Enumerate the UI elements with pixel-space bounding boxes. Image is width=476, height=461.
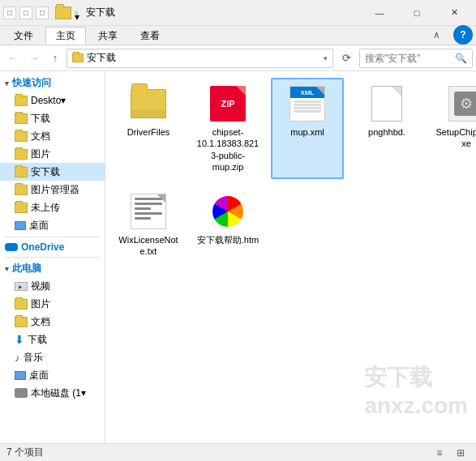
xml-line [294,110,321,113]
sidebar-item-label: 未上传 [31,201,60,215]
watermark: 安下载anxz.com [364,362,468,419]
file-item-anxiazaihelp[interactable]: 安下载帮助.htm [191,186,264,264]
photos-circle [212,196,243,227]
sidebar-quick-access-header[interactable]: ▾ 快速访问 [0,75,105,92]
address-bar[interactable]: 安下载 ▾ [66,49,333,68]
title-dropdown-arrow[interactable]: ▾ [75,11,78,15]
sidebar-item-label: 安下载 [31,165,60,179]
sidebar-item-download2[interactable]: ⬇ 下载 [0,331,105,348]
file-icon-driverfiles [129,84,168,123]
file-item-setupchipset[interactable]: ⚙ SetupChipset.exe [430,78,476,179]
sidebar-item-desktop3[interactable]: 桌面 [0,366,105,384]
sidebar-item-document[interactable]: 文档 [0,127,105,145]
file-label-anxiazaihelp: 安下载帮助.htm [197,234,259,245]
sidebar-item-label: 桌面 [29,369,49,382]
sidebar-item-pictures2[interactable]: 图片 [0,295,105,313]
file-icon-chipset: ZIP [208,84,247,123]
address-chevron: ▾ [324,54,328,62]
maximize-button[interactable]: □ [398,0,435,26]
file-item-chipset[interactable]: ZIP chipset-10.1.18383.8213-public-mup.z… [191,78,264,179]
txt-line [135,212,162,215]
sidebar-onedrive-header[interactable]: OneDrive [0,240,105,254]
sidebar-item-label: 下载 [31,112,50,126]
sidebar-divider-2 [5,257,100,258]
file-label-pnghhbd: pnghhbd. [368,126,405,138]
sidebar-item-imagemanager[interactable]: 图片管理器 [0,181,105,198]
ribbon-collapse-arrow[interactable]: ∧ [424,25,448,45]
title-icon-2[interactable]: □ [19,6,32,19]
sidebar-item-label: 本地磁盘 (1▾ [31,386,86,400]
xml-header: XML [290,87,324,98]
back-button[interactable]: ← [3,49,23,68]
sidebar-item-localdisk[interactable]: 本地磁盘 (1▾ [0,384,105,402]
sidebar-item-label: 文档 [31,315,50,329]
sidebar-item-label: 音乐 [24,351,43,365]
sidebar-item-desktop[interactable]: Deskto▾ [0,92,105,109]
view-controls: ≡ ⊞ [431,446,470,460]
status-bar: 7 个项目 ≡ ⊞ [0,443,476,461]
sidebar-item-pictures[interactable]: 图片 [0,145,105,163]
minimize-button[interactable]: — [361,0,398,26]
close-button[interactable]: ✕ [435,0,473,26]
file-item-wixlicense[interactable]: WixLicenseNote.txt [112,186,185,264]
grid-view-button[interactable]: ⊞ [452,446,470,460]
file-label-driverfiles: DriverFiles [127,126,170,138]
exe-inner: ⚙ [454,92,476,116]
sidebar-item-label: 图片管理器 [31,183,79,197]
sidebar: ▾ 快速访问 Deskto▾ 下载 文档 图片 安下载 图片管理器 [0,71,105,443]
tab-file[interactable]: 文件 [3,27,44,45]
zip-large-icon: ZIP [210,86,246,122]
address-path: 安下载 [87,51,320,65]
file-item-driverfiles[interactable]: DriverFiles [112,78,185,179]
file-icon-anxiazaihelp [208,192,247,231]
sidebar-thispc-header[interactable]: ▾ 此电脑 [0,260,105,277]
search-input[interactable] [365,53,452,64]
up-button[interactable]: ↑ [45,49,65,68]
onedrive-icon [5,243,18,251]
sidebar-item-notuploaded[interactable]: 未上传 [0,198,105,216]
folder-icon [15,131,28,142]
file-icon-mupxml: XML [288,84,327,123]
tab-view[interactable]: 查看 [130,27,170,45]
window-controls: — □ ✕ [361,0,473,26]
folder-icon [15,317,28,327]
main-layout: ▾ 快速访问 Deskto▾ 下载 文档 图片 安下载 图片管理器 [0,71,476,443]
exe-large-icon: ⚙ [448,86,476,122]
file-icon-setupchipset: ⚙ [447,84,476,123]
file-label-wixlicense: WixLicenseNote.txt [117,234,180,258]
txt-line [135,207,151,210]
refresh-button[interactable]: ⟳ [337,49,356,68]
list-view-button[interactable]: ≡ [431,446,448,460]
file-item-pnghhbd[interactable]: pnghhbd. [350,78,423,179]
file-label-setupchipset: SetupChipset.exe [435,126,476,150]
folder-icon [15,185,28,195]
sidebar-item-anxiazai[interactable]: 安下载 [0,163,105,181]
sidebar-divider-1 [5,237,100,237]
desktop-icon [15,221,26,230]
item-count: 7 个项目 [6,446,44,459]
gear-icon: ⚙ [460,95,473,113]
title-icon-3[interactable]: □ [36,6,49,19]
sidebar-item-label: 图片 [31,147,50,161]
sidebar-item-desktop2[interactable]: 桌面 [0,216,105,234]
folder-icon [15,299,28,309]
search-bar[interactable]: 🔍 [359,49,473,68]
sidebar-item-music[interactable]: ♪ 音乐 [0,348,105,366]
xml-line [294,107,321,109]
folder-large-icon [131,89,166,118]
sidebar-item-video[interactable]: 视频 [0,277,105,295]
folder-icon [15,96,28,106]
sidebar-item-download[interactable]: 下载 [0,109,105,127]
tab-share[interactable]: 共享 [88,27,128,45]
sidebar-item-label: Deskto▾ [31,95,66,106]
help-button[interactable]: ? [453,25,473,45]
sidebar-item-document2[interactable]: 文档 [0,313,105,331]
nav-bar: ← → ↑ 安下载 ▾ ⟳ 🔍 [0,45,476,71]
file-item-mupxml[interactable]: XML mup.xml [271,78,344,179]
forward-button[interactable]: → [24,49,44,68]
search-icon: 🔍 [455,53,467,64]
window-title: 安下载 [86,6,361,19]
music-icon: ♪ [15,352,20,364]
title-icon-1[interactable]: □ [3,6,16,19]
tab-home[interactable]: 主页 [45,27,86,45]
